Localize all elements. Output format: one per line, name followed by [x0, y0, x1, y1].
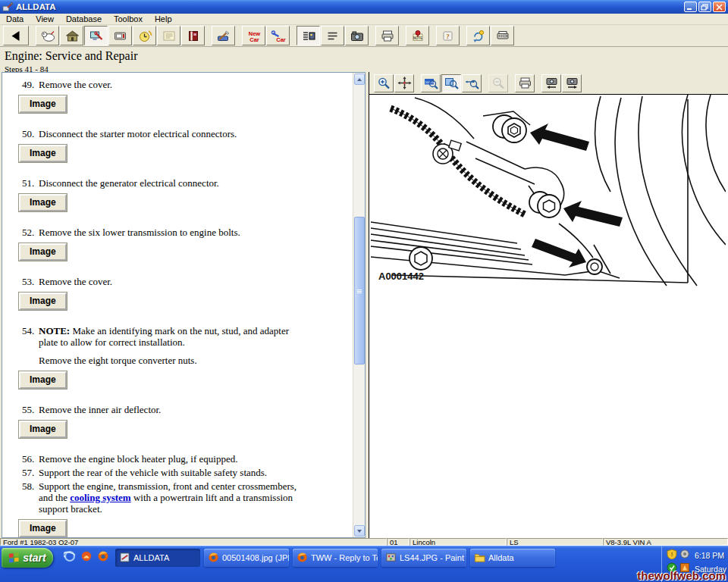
- fit-width-button[interactable]: [462, 74, 482, 92]
- close-button[interactable]: [713, 2, 726, 12]
- figure-label: A0001442: [378, 271, 424, 282]
- step-51: 51.Disconnect the generator electrical c…: [2, 177, 353, 227]
- shop-button[interactable]: [60, 26, 83, 45]
- task-button-label: ALLDATA: [133, 553, 169, 562]
- msn-icon[interactable]: [80, 550, 93, 565]
- zoom-in-button[interactable]: [374, 74, 394, 92]
- print-image-button[interactable]: [515, 74, 535, 92]
- article-images-button[interactable]: [297, 26, 320, 45]
- step-text: Disconnect the generator electrical conn…: [39, 177, 219, 189]
- task-button-alldata[interactable]: ALLDATA: [115, 549, 200, 567]
- print-setup-icon: [497, 31, 508, 39]
- svg-text:!: !: [671, 551, 673, 558]
- images-only-button[interactable]: [345, 26, 369, 45]
- print-button[interactable]: [375, 26, 399, 45]
- step-text-segment: Remove the six lower transmission to eng…: [39, 227, 240, 238]
- menu-item-view[interactable]: View: [30, 14, 60, 24]
- step-number: 50.: [22, 128, 39, 140]
- library-button[interactable]: [181, 26, 205, 45]
- scroll-down-button[interactable]: [354, 525, 365, 537]
- task-button-label: Alldata: [488, 553, 514, 562]
- restore-button[interactable]: [698, 2, 711, 12]
- firefox-icon: [297, 552, 308, 565]
- step-number: 58.: [22, 480, 39, 515]
- scrollbar-thumb[interactable]: [354, 217, 365, 365]
- image-button[interactable]: Image: [19, 194, 67, 211]
- menu-item-database[interactable]: Database: [60, 14, 108, 24]
- step-text-segment: Remove the engine block heater plug, if …: [39, 453, 237, 465]
- svg-text:Car: Car: [276, 36, 286, 42]
- shop-icon: [66, 31, 78, 41]
- step-text-segment: Disconnect the generator electrical conn…: [39, 177, 219, 189]
- image-button[interactable]: Image: [19, 293, 67, 310]
- refresh-button[interactable]: [466, 26, 490, 45]
- firefox-icon: [208, 552, 219, 565]
- note-label: NOTE:: [39, 325, 70, 336]
- minimize-button[interactable]: [684, 2, 697, 12]
- step-text: Remove the inner air deflector.: [39, 404, 161, 416]
- task-button-ls44-jpg-paint[interactable]: LS44.JPG - Paint: [381, 549, 466, 567]
- image-button[interactable]: Image: [19, 243, 67, 261]
- article-content: 49.Remove the cover.Image50.Disconnect t…: [2, 73, 353, 537]
- step-55: 55.Remove the inner air deflector.Image: [2, 404, 353, 453]
- step-56: 56.Remove the engine block heater plug, …: [2, 453, 353, 467]
- fetch-button[interactable]: [36, 26, 59, 45]
- text-only-button[interactable]: [321, 26, 344, 45]
- refresh-icon: [473, 30, 483, 42]
- step-text-segment: Disconnect the starter motor electrical …: [39, 128, 237, 139]
- image-button[interactable]: Image: [19, 95, 67, 113]
- menu-item-toolbox[interactable]: Toolbox: [108, 14, 149, 24]
- menu-item-data[interactable]: Data: [0, 14, 30, 24]
- page-title: Engine: Service and Repair: [5, 49, 728, 63]
- repair-button[interactable]: [84, 26, 108, 45]
- gear-icon[interactable]: [679, 549, 690, 562]
- pan-button[interactable]: [394, 74, 414, 92]
- engine-diagram: A0001442: [369, 95, 728, 537]
- title-bar: ALLDATA: [0, 0, 728, 14]
- image-button[interactable]: Image: [19, 145, 67, 162]
- step-57: 57.Support the rear of the vehicle with …: [2, 467, 353, 480]
- firefox-icon[interactable]: [97, 550, 109, 565]
- maintenance-button[interactable]: [133, 26, 156, 45]
- renew-button[interactable]: [157, 26, 180, 45]
- image-button[interactable]: Image: [19, 520, 67, 537]
- fit-page-button[interactable]: [441, 74, 461, 92]
- pan-icon: [397, 77, 411, 89]
- start-button[interactable]: start: [2, 548, 53, 568]
- tools-button[interactable]: [212, 26, 235, 45]
- print-icon: [382, 31, 393, 41]
- tools-icon: [218, 31, 229, 41]
- images-only-icon: [351, 32, 362, 41]
- menu-item-help[interactable]: Help: [149, 14, 178, 24]
- vertical-scrollbar[interactable]: [353, 73, 365, 537]
- security-shield-icon[interactable]: !: [667, 549, 677, 562]
- prev-image-button[interactable]: [541, 74, 561, 92]
- fit-page-icon: [445, 79, 458, 89]
- step-text: NOTE: Make an identifying mark on the nu…: [39, 325, 303, 349]
- print-setup-button[interactable]: [491, 26, 514, 45]
- image-button[interactable]: Image: [19, 371, 67, 389]
- note-button[interactable]: NOTE: [406, 26, 429, 45]
- task-button-alldata[interactable]: Alldata: [470, 549, 555, 567]
- tsb-button[interactable]: [108, 26, 132, 45]
- prev-image-icon: [547, 79, 557, 89]
- paint-icon: [385, 552, 397, 565]
- new-car-button[interactable]: NewCar: [242, 26, 265, 45]
- scroll-up-button[interactable]: [354, 74, 365, 85]
- next-image-button[interactable]: [562, 74, 582, 92]
- zoom-100-button[interactable]: 100%: [421, 74, 441, 92]
- image-pane: 100%: [369, 72, 728, 538]
- note-icon: NOTE: [413, 30, 422, 40]
- article-images-icon: [303, 33, 315, 39]
- watermark: thewolfweb.com: [637, 569, 726, 582]
- image-button[interactable]: Image: [19, 421, 67, 438]
- help-button[interactable]: ?: [436, 26, 460, 45]
- cooling-system-link[interactable]: cooling system: [70, 492, 131, 503]
- internet-explorer-icon[interactable]: [64, 550, 76, 565]
- task-button-tww-reply-to-topic[interactable]: TWW - Reply to Topic...: [293, 549, 378, 567]
- step-54: 54.NOTE: Make an identifying mark on the…: [2, 325, 353, 404]
- task-button-00501408-jpg-jpeg[interactable]: 00501408.jpg (JPEG ...: [204, 549, 289, 567]
- zoom-out-icon: [493, 78, 503, 88]
- car-repair-button[interactable]: Car: [266, 26, 290, 45]
- back-button[interactable]: [3, 26, 29, 45]
